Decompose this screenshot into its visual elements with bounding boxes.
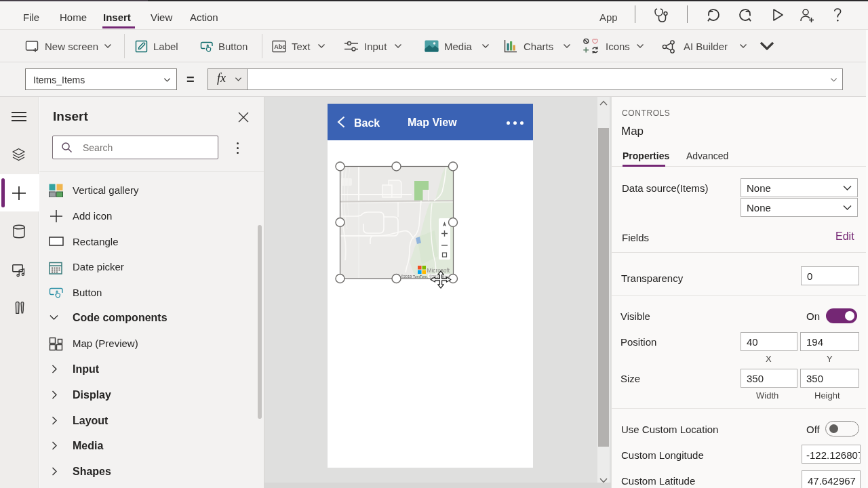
svg-text:Abc: Abc — [274, 43, 285, 50]
